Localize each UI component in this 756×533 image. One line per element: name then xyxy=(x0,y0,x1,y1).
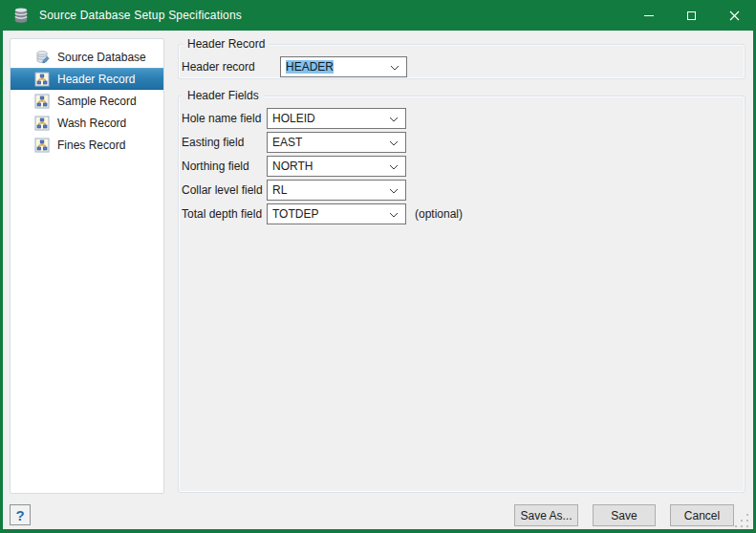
minimize-button[interactable] xyxy=(627,0,670,31)
maximize-icon xyxy=(687,11,696,20)
save-button[interactable]: Save xyxy=(593,504,656,526)
database-edit-icon xyxy=(34,50,50,65)
chevron-down-icon xyxy=(389,188,399,194)
help-icon: ? xyxy=(15,507,24,523)
group-header-record: Header Record Header record HEADER xyxy=(178,44,745,79)
sidebar-item-header-record[interactable]: Header Record xyxy=(11,68,163,90)
minimize-icon xyxy=(644,15,654,16)
field-label: Northing field xyxy=(182,160,267,173)
dialog-body: Source Database Header Record xyxy=(3,31,753,529)
database-icon xyxy=(12,7,30,24)
combobox-value: RL xyxy=(272,183,287,197)
record-hierarchy-icon xyxy=(34,72,50,87)
record-hierarchy-icon xyxy=(34,116,50,131)
combobox-value: TOTDEP xyxy=(272,207,318,221)
chevron-down-icon xyxy=(389,140,399,146)
sidebar-list: Source Database Header Record xyxy=(10,38,164,494)
field-row-northing: Northing field NORTH xyxy=(182,156,406,177)
chevron-down-icon xyxy=(389,117,399,122)
combobox-value: HEADER xyxy=(286,60,334,74)
help-button[interactable]: ? xyxy=(10,504,31,525)
field-row-total-depth: Total depth field TOTDEP (optional) xyxy=(182,203,463,224)
group-legend: Header Record xyxy=(183,37,270,51)
sidebar-item-label: Header Record xyxy=(57,73,135,86)
group-header-fields: Header Fields Hole name field HOLEID Eas… xyxy=(178,96,745,493)
sidebar-item-label: Wash Record xyxy=(57,117,126,130)
window-title: Source Database Setup Specifications xyxy=(39,9,242,22)
total-depth-field-combobox[interactable]: TOTDEP xyxy=(267,203,406,224)
close-button[interactable] xyxy=(713,0,756,31)
hole-name-field-combobox[interactable]: HOLEID xyxy=(267,108,406,129)
title-bar[interactable]: Source Database Setup Specifications xyxy=(0,0,756,31)
resize-grip[interactable] xyxy=(735,514,749,527)
combobox-value: HOLEID xyxy=(272,112,315,125)
optional-note: (optional) xyxy=(415,207,463,221)
field-label: Total depth field xyxy=(182,207,267,221)
sidebar-item-wash-record[interactable]: Wash Record xyxy=(11,112,163,134)
window-controls xyxy=(627,0,756,31)
header-record-combobox[interactable]: HEADER xyxy=(280,56,407,77)
field-label: Hole name field xyxy=(182,112,267,125)
collar-level-field-combobox[interactable]: RL xyxy=(267,180,406,201)
field-label: Collar level field xyxy=(182,183,267,197)
field-row-easting: Easting field EAST xyxy=(182,132,406,153)
field-row-collar-level: Collar level field RL xyxy=(182,180,406,201)
field-label: Easting field xyxy=(182,136,267,149)
combobox-value: NORTH xyxy=(272,160,313,173)
save-as-button[interactable]: Save As... xyxy=(514,504,578,526)
close-icon xyxy=(729,11,740,21)
combobox-value: EAST xyxy=(272,136,302,149)
sidebar-item-label: Fines Record xyxy=(57,139,125,152)
chevron-down-icon xyxy=(389,164,399,170)
dialog-window: Source Database Setup Specifications Sou… xyxy=(0,0,756,533)
sidebar-item-source-database[interactable]: Source Database xyxy=(11,46,163,68)
sidebar-item-fines-record[interactable]: Fines Record xyxy=(11,134,163,156)
sidebar-item-sample-record[interactable]: Sample Record xyxy=(11,90,163,112)
field-row-header-record: Header record HEADER xyxy=(182,56,407,77)
field-row-hole-name: Hole name field HOLEID xyxy=(182,108,406,129)
maximize-button[interactable] xyxy=(670,0,713,31)
easting-field-combobox[interactable]: EAST xyxy=(267,132,406,153)
record-hierarchy-icon xyxy=(34,94,50,109)
northing-field-combobox[interactable]: NORTH xyxy=(267,156,406,177)
chevron-down-icon xyxy=(389,212,399,218)
cancel-button[interactable]: Cancel xyxy=(670,504,734,526)
record-hierarchy-icon xyxy=(34,138,50,153)
chevron-down-icon xyxy=(390,65,400,71)
sidebar-item-label: Sample Record xyxy=(57,95,137,108)
group-legend: Header Fields xyxy=(183,89,264,102)
field-label: Header record xyxy=(182,60,280,74)
sidebar-item-label: Source Database xyxy=(57,51,146,64)
